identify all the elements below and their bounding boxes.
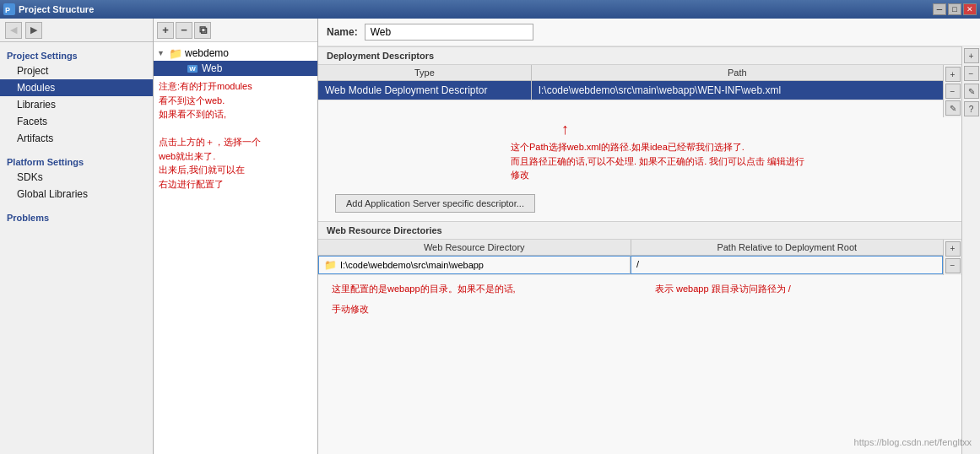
arrow-icon: ↑ — [561, 121, 804, 138]
problems-section: Problems — [0, 209, 153, 224]
right-edit-button[interactable]: ✎ — [964, 84, 979, 99]
tree-root-node[interactable]: ▼ 📁 webdemo — [154, 46, 317, 61]
col-path-header: Path — [532, 65, 943, 80]
tree-panel: + − ⧉ ▼ 📁 webdemo W Web 注意:有的打开modules 看… — [154, 19, 318, 454]
wr-td1: 📁 I:\code\webdemo\src\main\webapp — [318, 256, 631, 274]
tree-root-label: webdemo — [185, 47, 229, 59]
app-icon: P — [3, 3, 15, 15]
name-label: Name: — [327, 26, 358, 38]
web-resource-section: Web Resource Directory Path Relative to … — [318, 240, 961, 455]
watermark: https://blog.csdn.net/fengltxx — [854, 437, 972, 447]
name-row: Name: — [318, 19, 980, 46]
right-help-button[interactable]: ? — [964, 101, 979, 116]
right-remove-button[interactable]: − — [964, 66, 979, 81]
deployment-table: Type Path Web Module Deployment Descript… — [318, 65, 943, 117]
window-title: Project Structure — [19, 4, 933, 14]
wr-side-buttons: + − — [943, 240, 961, 275]
sidebar: ◀ ▶ Project Settings Project Modules Lib… — [0, 19, 154, 454]
forward-button[interactable]: ▶ — [25, 22, 42, 39]
td-type: Web Module Deployment Descriptor — [318, 81, 532, 100]
wr-td2: / — [631, 256, 943, 274]
web-resource-table-wrapper: Web Resource Directory Path Relative to … — [318, 240, 961, 275]
project-settings-header: Project Settings — [0, 47, 153, 62]
annotation-line2: 而且路径正确的话,可以不处理. 如果不正确的话. 我们可以点击 编辑进行 — [511, 154, 804, 169]
deployment-annotation-content: ↑ 这个Path选择web.xml的路径.如果idea已经帮我们选择了. 而且路… — [325, 121, 955, 182]
col-type-header: Type — [318, 65, 532, 80]
sidebar-item-modules[interactable]: Modules — [0, 79, 153, 96]
sidebar-item-artifacts[interactable]: Artifacts — [0, 130, 153, 147]
wr-col2-header: Path Relative to Deployment Root — [631, 240, 944, 255]
wr-data-row[interactable]: 📁 I:\code\webdemo\src\main\webapp / — [318, 256, 943, 275]
deployment-descriptors-section: Deployment Descriptors — [318, 46, 961, 65]
deployment-annotation-area: ↑ 这个Path选择web.xml的路径.如果idea已经帮我们选择了. 而且路… — [318, 117, 961, 186]
sidebar-item-sdks[interactable]: SDKs — [0, 169, 153, 186]
tree-annotation: 注意:有的打开modules 看不到这个web. 如果看不到的话, 点击上方的＋… — [154, 76, 317, 194]
content-inner: Deployment Descriptors Type Path Web Mod… — [318, 46, 961, 454]
maximize-button[interactable]: □ — [948, 3, 961, 15]
deployment-side-buttons: + − ✎ — [943, 65, 961, 117]
wr-annotation-line1: 这里配置的是webapp的目录。如果不是的话, — [325, 278, 631, 300]
wr-header-row: Web Resource Directory Path Relative to … — [318, 240, 943, 256]
name-input[interactable] — [365, 24, 533, 41]
wr-col1-header: Web Resource Directory — [318, 240, 631, 255]
add-server-button[interactable]: Add Application Server specific descript… — [335, 194, 535, 213]
sidebar-item-project[interactable]: Project — [0, 62, 153, 79]
right-panel-buttons: + − ✎ ? — [961, 46, 980, 454]
web-resource-table: Web Resource Directory Path Relative to … — [318, 240, 943, 275]
deployment-table-area: Type Path Web Module Deployment Descript… — [318, 65, 961, 186]
wr-annotation-right: 表示 webapp 跟目录访问路径为 / — [631, 278, 955, 320]
annotation-line3: 修改 — [511, 168, 804, 182]
tree-toggle-icon: ▼ — [157, 49, 169, 57]
remove-wr-button[interactable]: − — [945, 258, 961, 273]
add-wr-button[interactable]: + — [945, 241, 961, 257]
tree-add-button[interactable]: + — [157, 22, 174, 39]
content-panel: Name: Deployment Descriptors Type Path — [318, 19, 980, 454]
tree-child-node[interactable]: W Web — [154, 61, 317, 76]
folder-icon: 📁 — [169, 47, 182, 59]
right-add-button[interactable]: + — [964, 48, 979, 63]
tree-remove-button[interactable]: − — [176, 22, 192, 39]
sidebar-item-libraries[interactable]: Libraries — [0, 96, 153, 113]
back-button[interactable]: ◀ — [5, 22, 22, 39]
content-with-buttons: Deployment Descriptors Type Path Web Mod… — [318, 46, 980, 454]
tree-content: ▼ 📁 webdemo W Web 注意:有的打开modules 看不到这个we… — [154, 42, 317, 454]
problems-header: Problems — [0, 209, 153, 224]
tree-copy-button[interactable]: ⧉ — [194, 22, 211, 39]
wr-annotation-left: 这里配置的是webapp的目录。如果不是的话, 手动修改 — [325, 278, 631, 320]
wr-annotation2-line1: 表示 webapp 跟目录访问路径为 / — [648, 278, 955, 300]
folder-small-icon: 📁 — [324, 259, 337, 271]
wr-annotation-line2: 手动修改 — [325, 299, 631, 320]
add-server-container: Add Application Server specific descript… — [318, 186, 961, 221]
minimize-button[interactable]: ─ — [933, 3, 946, 15]
svg-text:P: P — [5, 6, 10, 14]
nav-toolbar: ◀ ▶ — [0, 19, 153, 42]
table-header-row: Type Path — [318, 65, 943, 81]
td-path: I:\code\webdemo\src\main\webapp\WEN-INF\… — [532, 81, 943, 100]
web-resource-section-header: Web Resource Directories — [318, 221, 961, 240]
window-controls: ─ □ ✕ — [933, 3, 977, 15]
tree-child-label: Web — [202, 62, 222, 74]
platform-settings-header: Platform Settings — [0, 154, 153, 169]
web-icon: W — [186, 62, 199, 74]
remove-deployment-button[interactable]: − — [945, 84, 961, 99]
close-button[interactable]: ✕ — [963, 3, 977, 15]
sidebar-item-global-libraries[interactable]: Global Libraries — [0, 186, 153, 203]
annotation-line1: 这个Path选择web.xml的路径.如果idea已经帮我们选择了. — [511, 140, 804, 154]
table-row[interactable]: Web Module Deployment Descriptor I:\code… — [318, 81, 943, 100]
sidebar-content: Project Settings Project Modules Librari… — [0, 42, 153, 454]
deployment-annotation: ↑ 这个Path选择web.xml的路径.如果idea已经帮我们选择了. 而且路… — [511, 121, 804, 182]
edit-deployment-button[interactable]: ✎ — [945, 100, 961, 116]
sidebar-item-facets[interactable]: Facets — [0, 113, 153, 130]
wr-annotation-area: 这里配置的是webapp的目录。如果不是的话, 手动修改 表示 webapp 跟… — [318, 275, 961, 323]
add-deployment-button[interactable]: + — [945, 67, 961, 82]
main-container: ◀ ▶ Project Settings Project Modules Lib… — [0, 19, 980, 454]
tree-toolbar: + − ⧉ — [154, 19, 317, 42]
wr-directory: I:\code\webdemo\src\main\webapp — [340, 260, 484, 270]
deployment-table-wrapper: Type Path Web Module Deployment Descript… — [318, 65, 961, 117]
title-bar: P Project Structure ─ □ ✕ — [0, 0, 980, 19]
platform-section: Platform Settings SDKs Global Libraries — [0, 154, 153, 203]
